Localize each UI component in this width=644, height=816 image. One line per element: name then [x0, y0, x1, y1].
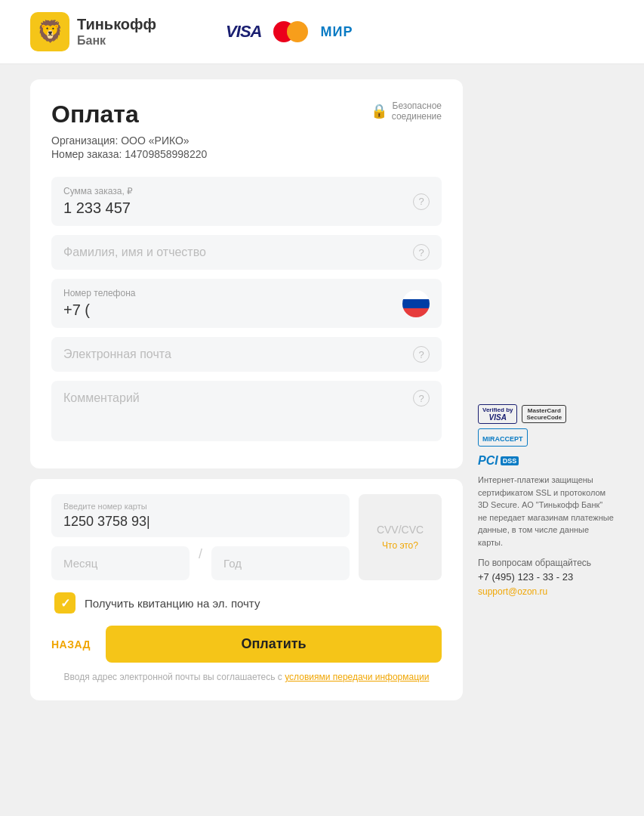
security-desc: Интернет-платежи защищены сертификатом S…: [478, 474, 614, 549]
comment-help-icon[interactable]: ?: [413, 390, 430, 406]
org-info: Организация: ООО «РИКО»: [51, 134, 207, 147]
mir-accept-badge: МIRACCEPT: [478, 428, 528, 447]
cvv-label: CVV/CVC: [377, 524, 424, 536]
year-placeholder: Год: [223, 557, 242, 570]
card-number-value: 1250 3758 93: [63, 514, 337, 530]
receipt-checkbox[interactable]: ✓: [54, 592, 75, 614]
card-number-label: Введите номер карты: [63, 502, 337, 511]
cursor: [146, 514, 150, 529]
name-help-icon[interactable]: ?: [413, 244, 430, 261]
header: 🦁 Тинькофф Банк VISA МИР: [0, 0, 644, 64]
mc-secure-badge: MasterCard SecureCode: [522, 405, 566, 423]
card-number-field[interactable]: Введите номер карты 1250 3758 93: [51, 494, 350, 537]
secure-badge: 🔒 Безопасное соединение: [371, 100, 442, 122]
contact-title: По вопросам обращайтесь: [478, 558, 614, 568]
bank-name: Тинькофф Банк: [77, 15, 156, 48]
email-placeholder: Электронная почта: [63, 348, 171, 361]
payment-section: Введите номер карты 1250 3758 93 Месяц /…: [30, 479, 463, 700]
tinkoff-logo-icon: 🦁: [30, 12, 69, 51]
payment-row: Введите номер карты 1250 3758 93 Месяц /…: [51, 494, 442, 580]
month-field[interactable]: Месяц: [51, 546, 190, 580]
month-placeholder: Месяц: [63, 557, 97, 570]
payment-left: Введите номер карты 1250 3758 93 Месяц /…: [51, 494, 350, 580]
action-row: НАЗАД Оплатить: [51, 626, 442, 663]
page-title: Оплата: [51, 100, 207, 128]
lock-icon: 🔒: [371, 103, 387, 119]
comment-placeholder: Комментарий: [63, 391, 140, 405]
right-panel: Verified by VISA MasterCard SecureCode М…: [463, 79, 614, 700]
visa-logo: VISA: [226, 22, 261, 42]
expiry-separator: /: [199, 546, 202, 580]
svg-text:🦁: 🦁: [37, 19, 63, 44]
payment-logos: VISA МИР: [226, 21, 353, 42]
cvv-help-link[interactable]: Что это?: [382, 540, 418, 551]
main-wrapper: Оплата Организация: ООО «РИКО» Номер зак…: [0, 64, 644, 716]
russia-flag-icon: [402, 290, 430, 317]
contact-phone: +7 (495) 123 - 33 - 23: [478, 571, 614, 583]
pay-button[interactable]: Оплатить: [106, 626, 442, 663]
name-placeholder: Фамилия, имя и отчество: [63, 246, 206, 259]
phone-field[interactable]: Номер телефона +7 (: [51, 279, 442, 328]
amount-value: 1 233 457: [63, 199, 133, 217]
phone-label: Номер телефона: [63, 288, 402, 298]
email-field[interactable]: Электронная почта ?: [51, 337, 442, 372]
footer-text: Вводя адрес электронной почты вы соглаша…: [51, 672, 442, 682]
expiry-row: Месяц / Год: [51, 546, 350, 580]
pci-badge: PCI DSS: [478, 454, 614, 468]
amount-label: Сумма заказа, ₽: [63, 186, 133, 196]
mastercard-logo: [273, 21, 308, 42]
mir-logo: МИР: [320, 24, 353, 40]
comment-field[interactable]: Комментарий ?: [51, 381, 442, 441]
back-button[interactable]: НАЗАД: [51, 638, 91, 651]
amount-field[interactable]: Сумма заказа, ₽ 1 233 457 ?: [51, 177, 442, 226]
receipt-row: ✓ Получить квитанцию на эл. почту: [51, 592, 442, 614]
left-panel: Оплата Организация: ООО «РИКО» Номер зак…: [30, 79, 463, 700]
info-card: Оплата Организация: ООО «РИКО» Номер зак…: [30, 79, 463, 468]
verified-visa-badge: Verified by VISA: [478, 404, 517, 424]
bank-logo: 🦁 Тинькофф Банк: [30, 12, 156, 51]
cvv-panel[interactable]: CVV/CVC Что это?: [359, 494, 442, 580]
year-field[interactable]: Год: [211, 546, 350, 580]
receipt-label: Получить квитанцию на эл. почту: [85, 597, 260, 610]
amount-help-icon[interactable]: ?: [413, 193, 430, 210]
email-help-icon[interactable]: ?: [413, 346, 430, 363]
contact-email[interactable]: support@ozon.ru: [478, 586, 547, 597]
name-field[interactable]: Фамилия, имя и отчество ?: [51, 235, 442, 270]
order-info: Номер заказа: 14709858998220: [51, 148, 207, 160]
phone-value: +7 (: [63, 301, 402, 319]
terms-link[interactable]: условиями передачи информации: [285, 672, 429, 682]
security-logos: Verified by VISA MasterCard SecureCode М…: [478, 404, 614, 447]
checkmark-icon: ✓: [60, 596, 70, 610]
